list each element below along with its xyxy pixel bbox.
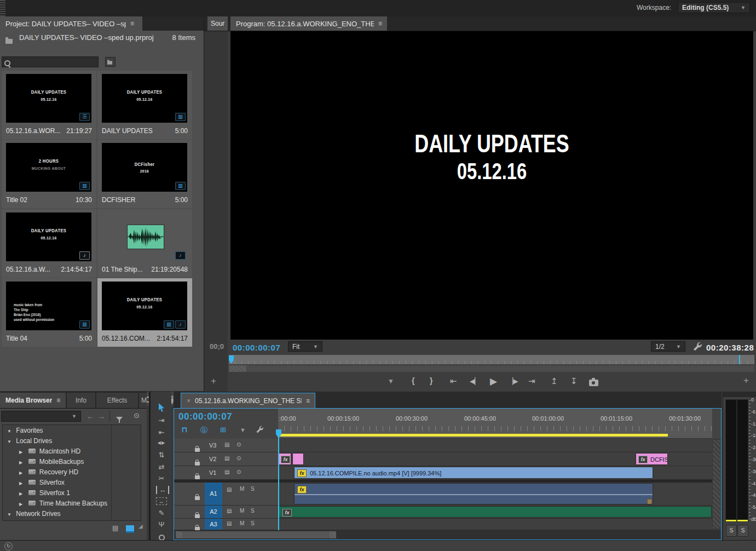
track-lane-v2[interactable]: fx fx DCFIS	[278, 452, 712, 466]
track-header-a3[interactable]: A3 ▤ M S	[174, 519, 278, 530]
tree-item-drive[interactable]: ▶ Silverfox	[3, 477, 141, 487]
zoom-bar-handle[interactable]	[229, 365, 246, 372]
track-header-v1[interactable]: V1 ▤ ⊙	[174, 466, 278, 480]
track-header-a2[interactable]: A2 ▤ M S	[174, 506, 278, 519]
track-lane-a1[interactable]: fx	[278, 483, 712, 506]
program-settings-wrench-icon[interactable]	[692, 341, 702, 351]
item-name[interactable]: 05.12.16.a.W...	[6, 266, 50, 273]
tab-timeline[interactable]: × 05.12.16.a.WORKING_ENO_THE SHIP ≡	[181, 393, 315, 408]
lock-icon[interactable]	[195, 496, 200, 500]
tree-item-drive[interactable]: ▶ Recovery HD	[3, 467, 141, 477]
source-add-button[interactable]: +	[211, 376, 216, 387]
solo-left-button[interactable]: S	[726, 525, 737, 537]
mark-in-button[interactable]: {	[412, 376, 414, 385]
track-name-badge[interactable]: A2	[205, 506, 222, 518]
fx-badge[interactable]: fx	[297, 469, 307, 477]
project-item[interactable]: DAILY UPDATES 05.12.16 ▥ DAILY UPDATES 5…	[97, 71, 192, 139]
extract-button[interactable]: ↧	[570, 376, 578, 386]
set-display-style-icon[interactable]: ▤	[227, 508, 232, 514]
selection-tool[interactable]	[158, 403, 165, 412]
disclosure-down-icon[interactable]: ▼	[7, 512, 11, 517]
project-item[interactable]: ♪ 01 The Ship... 21:19:20548	[97, 209, 192, 278]
item-name[interactable]: Title 02	[6, 196, 27, 204]
track-header-v3[interactable]: V3 ▤ ⊙	[174, 439, 278, 452]
project-item-selected[interactable]: DAILY UPDATES 05.12.16 ▥ ♪ 05.12.16.COM.…	[97, 278, 192, 347]
project-item[interactable]: DAILY UPDATES 05.12.16 ♪ 05.12.16.a.W...…	[2, 209, 96, 278]
slide-tool[interactable]: ↔	[156, 497, 167, 505]
tree-item-favorites[interactable]: ▼ Favorites	[3, 425, 141, 435]
mb-list-view-button[interactable]: ▤	[112, 524, 118, 532]
lift-button[interactable]: ↥	[551, 376, 558, 386]
disclosure-right-icon[interactable]: ▶	[19, 470, 22, 475]
mb-location-dropdown[interactable]: ▼	[1, 411, 81, 422]
solo-button[interactable]: S	[251, 486, 255, 492]
disclosure-right-icon[interactable]: ▶	[19, 491, 22, 496]
solo-right-button[interactable]: S	[737, 525, 748, 537]
clip-dcfisher-v2[interactable]: fx DCFIS	[636, 453, 668, 465]
track-select-forward-tool[interactable]: ⇥	[151, 416, 172, 424]
fx-badge[interactable]: fx	[281, 456, 290, 463]
disclosure-down-icon[interactable]: ▼	[7, 439, 11, 444]
step-back-button[interactable]: ◀▏	[470, 377, 480, 385]
razor-tool[interactable]: ✂	[151, 474, 172, 483]
tree-item-drive[interactable]: ▶ Silverfox 1	[3, 487, 141, 498]
encore-chapter-marker-icon[interactable]: Ⓖ	[200, 426, 207, 435]
lock-icon[interactable]	[195, 475, 200, 479]
program-add-button[interactable]: +	[743, 375, 749, 386]
tree-item-network-drives[interactable]: ▼ Network Drives	[3, 508, 141, 519]
set-display-style-icon[interactable]: ▤	[224, 455, 229, 461]
mb-back-button[interactable]: ←	[86, 412, 94, 421]
mb-filter-icon[interactable]	[116, 417, 123, 421]
mb-preview-eye-icon[interactable]: ⊙	[134, 411, 140, 420]
item-name[interactable]: DAILY UPDATES	[102, 127, 153, 135]
go-to-out-button[interactable]: ⇥	[528, 376, 535, 386]
play-button[interactable]: ▶	[490, 376, 497, 387]
track-lane-v1[interactable]: fx 05.12.16.COMPILE.no audio.mp4 [V] [99…	[278, 466, 712, 480]
program-zoom-dropdown[interactable]: Fit ▼	[288, 341, 322, 352]
mute-button[interactable]: M	[240, 486, 244, 492]
item-name[interactable]: Title 04	[6, 335, 27, 342]
set-display-style-icon[interactable]: ▤	[227, 520, 232, 526]
slip-tool[interactable]: ↔	[156, 486, 169, 494]
close-icon[interactable]: ×	[187, 397, 191, 405]
clip-compile-audio[interactable]: fx	[294, 483, 653, 504]
tree-item-drive[interactable]: ▶ Time Machine Backups	[3, 498, 141, 508]
tab-effects[interactable]: Effects	[96, 393, 138, 408]
rolling-edit-tool[interactable]: ⇅	[151, 451, 172, 459]
hand-tool[interactable]: Ψ	[151, 520, 172, 529]
disclosure-down-icon[interactable]: ▼	[7, 429, 11, 434]
lock-icon[interactable]	[195, 462, 200, 466]
set-display-style-icon[interactable]: ▤	[224, 469, 229, 475]
hscroll-grip-left[interactable]	[176, 531, 182, 538]
bin-up-icon[interactable]	[5, 39, 13, 44]
track-header-a1[interactable]: A1 ▤ M S	[174, 483, 278, 506]
track-lane-a3[interactable]	[278, 519, 712, 530]
step-forward-button[interactable]: ▕▶	[508, 377, 518, 385]
set-display-style-icon[interactable]: ▤	[224, 441, 229, 447]
program-scrubber[interactable]	[229, 355, 754, 364]
go-to-in-button[interactable]: ⇤	[450, 376, 457, 386]
track-lane-v3[interactable]	[278, 439, 712, 452]
tab-program[interactable]: Program: 05.12.16.a.WORKING_ENO_THE SHIP…	[230, 16, 387, 31]
toggle-track-output-eye-icon[interactable]: ⊙	[236, 441, 241, 447]
tab-info[interactable]: Info	[67, 393, 95, 408]
ripple-edit-tool[interactable]: ◀▶	[151, 440, 172, 445]
snap-icon[interactable]: ⊓	[182, 426, 187, 434]
disclosure-right-icon[interactable]: ▶	[19, 481, 22, 486]
lock-icon[interactable]	[195, 514, 200, 518]
fx-badge[interactable]: fx	[282, 509, 292, 516]
panel-menu-icon[interactable]: ≡	[56, 397, 60, 404]
tab-project[interactable]: Project: DAILY UPDATES– VIDEO –sped up ≡	[0, 16, 142, 31]
hscroll-handle[interactable]	[176, 531, 336, 538]
item-name[interactable]: 05.12.16.a.WOR...	[6, 127, 60, 135]
disclosure-right-icon[interactable]: ▶	[19, 502, 22, 507]
hscroll-grip-right[interactable]	[330, 531, 336, 538]
tab-source[interactable]: Sour	[207, 16, 228, 31]
tab-markers-partial[interactable]: M	[139, 393, 147, 408]
add-marker-button[interactable]: ▼	[388, 377, 394, 385]
track-header-v2[interactable]: V2 ▤ ⊙	[174, 452, 278, 466]
project-item[interactable]: DCFisher 2016 ▥ DCFISHER 5:00	[97, 140, 192, 208]
clip-compile-video[interactable]: fx 05.12.16.COMPILE.no audio.mp4 [V] [99…	[294, 467, 653, 479]
clip-music-a2[interactable]: fx	[279, 506, 712, 518]
set-display-style-icon[interactable]: ▤	[227, 486, 232, 492]
